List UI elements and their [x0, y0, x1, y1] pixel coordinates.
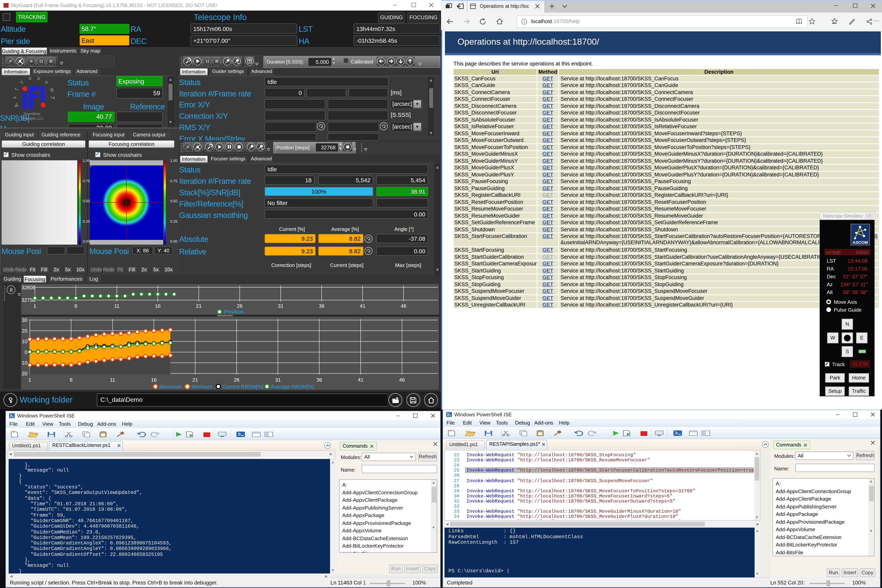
svg-text:m: m — [49, 87, 56, 93]
svg-text:6: 6 — [70, 377, 72, 382]
svg-text:Position: Position — [224, 309, 244, 315]
svg-text:41: 41 — [358, 377, 364, 382]
svg-text:Average RRDN[%]: Average RRDN[%] — [271, 384, 314, 390]
svg-text:Maximum: Maximum — [159, 384, 182, 390]
svg-text:16: 16 — [151, 377, 157, 382]
svg-text:46: 46 — [401, 303, 406, 309]
svg-text:6: 6 — [75, 303, 77, 309]
svg-text:11: 11 — [110, 377, 115, 382]
svg-text:o: o — [44, 79, 50, 85]
svg-text:36: 36 — [319, 303, 325, 309]
svg-text:31: 31 — [278, 303, 284, 309]
svg-text:-10: -10 — [21, 360, 27, 366]
svg-text:30: 30 — [22, 317, 27, 323]
svg-text:i: i — [524, 20, 525, 24]
svg-text:20: 20 — [22, 328, 27, 334]
svg-text:y: y — [51, 96, 57, 99]
svg-text:Current RRDN[%]: Current RRDN[%] — [222, 384, 263, 390]
svg-text:o: o — [28, 77, 32, 81]
svg-text:26: 26 — [234, 377, 240, 382]
svg-text:Minimum: Minimum — [191, 384, 212, 390]
svg-text:1: 1 — [28, 377, 31, 382]
svg-text:r: r — [19, 80, 24, 85]
svg-text:31: 31 — [275, 377, 281, 382]
svg-text:21: 21 — [196, 303, 202, 309]
svg-text:32800: 32800 — [21, 285, 35, 290]
svg-text:10: 10 — [22, 338, 27, 344]
svg-text:A: A — [13, 102, 20, 109]
svg-text:1: 1 — [33, 303, 36, 309]
svg-text:n: n — [37, 77, 40, 81]
svg-text:-20: -20 — [21, 370, 27, 376]
svg-text:t: t — [13, 87, 19, 91]
svg-text:21: 21 — [192, 377, 198, 382]
svg-text:26: 26 — [237, 303, 243, 309]
svg-text:0: 0 — [25, 349, 27, 355]
svg-text:11: 11 — [114, 303, 120, 309]
svg-text:s: s — [12, 96, 17, 99]
svg-text:16: 16 — [155, 303, 161, 309]
svg-text:41: 41 — [360, 303, 366, 309]
svg-text:36: 36 — [316, 377, 322, 382]
svg-text:46: 46 — [399, 377, 405, 382]
